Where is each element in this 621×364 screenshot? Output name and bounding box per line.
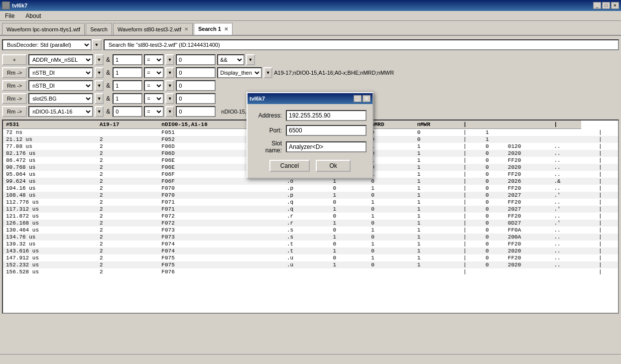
slot-name-input[interactable]: [286, 141, 367, 152]
cancel-button[interactable]: Cancel: [269, 160, 310, 172]
modal-overlay: tvl6k7 _ ✕ Address: Port: Slot name: Can…: [0, 0, 621, 364]
address-label: Address:: [253, 112, 282, 119]
modal-close-button[interactable]: ✕: [363, 95, 371, 102]
modal-minimize-button[interactable]: _: [354, 95, 362, 102]
port-row: Port:: [253, 125, 367, 136]
ok-button[interactable]: Ok: [316, 160, 351, 172]
modal-title: tvl6k7: [249, 96, 265, 102]
port-input[interactable]: [286, 125, 367, 136]
slot-name-label: Slot name:: [253, 140, 282, 154]
modal-buttons: Cancel Ok: [253, 160, 367, 172]
modal-title-bar: tvl6k7 _ ✕: [248, 93, 373, 104]
address-input[interactable]: [286, 110, 367, 121]
slot-name-row: Slot name:: [253, 140, 367, 154]
address-row: Address:: [253, 110, 367, 121]
modal-body: Address: Port: Slot name: Cancel Ok: [248, 104, 373, 178]
modal-window: tvl6k7 _ ✕ Address: Port: Slot name: Can…: [247, 92, 373, 179]
port-label: Port:: [253, 127, 282, 134]
modal-controls: _ ✕: [354, 95, 371, 102]
